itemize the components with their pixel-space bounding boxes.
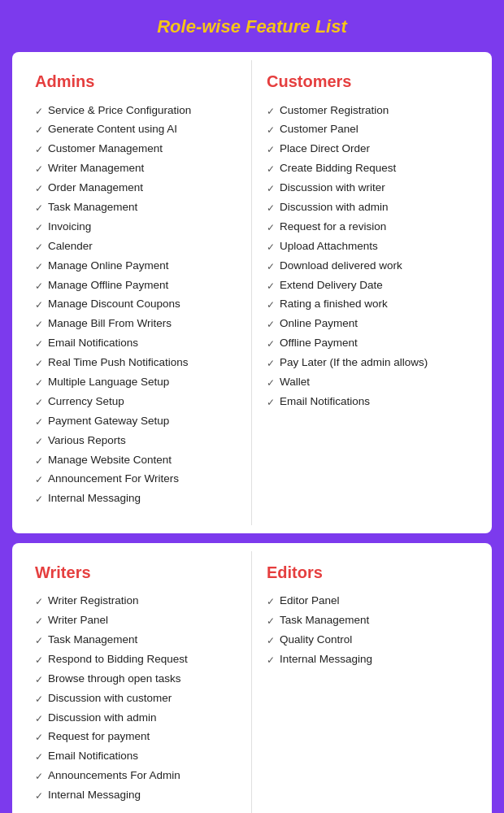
list-item-text: Discussion with customer: [48, 691, 172, 706]
list-item-text: Create Bidding Request: [280, 161, 396, 176]
list-item: ✓Discussion with writer: [267, 179, 469, 198]
list-item-text: Payment Gateway Setup: [48, 414, 169, 429]
list-item: ✓Browse through open tasks: [35, 669, 237, 689]
check-icon: ✓: [35, 693, 43, 706]
list-item-text: Writer Panel: [48, 613, 108, 628]
list-item: ✓Multiple Language Setup: [35, 372, 237, 392]
check-icon: ✓: [267, 241, 275, 254]
admins-list: ✓Service & Price Configuration✓Generate …: [35, 101, 237, 509]
list-item: ✓Quality Control: [267, 630, 469, 650]
list-item: ✓Task Management: [267, 611, 469, 631]
list-item: ✓Manage Website Content: [35, 450, 237, 470]
check-icon: ✓: [35, 260, 43, 274]
check-icon: ✓: [35, 163, 43, 176]
list-item-text: Internal Messaging: [48, 491, 141, 506]
list-item: ✓Invoicing: [35, 217, 237, 237]
check-icon: ✓: [35, 750, 43, 764]
list-item-text: Extend Delivery Date: [280, 278, 383, 293]
list-item: ✓Extend Delivery Date: [267, 276, 469, 295]
list-item-text: Email Notifications: [280, 394, 370, 410]
list-item: ✓Writer Registration: [35, 592, 237, 611]
check-icon: ✓: [267, 182, 275, 196]
bottom-card: Writers ✓Writer Registration✓Writer Pane…: [12, 543, 492, 813]
list-item-text: Discussion with admin: [280, 200, 389, 215]
check-icon: ✓: [35, 357, 43, 371]
check-icon: ✓: [267, 634, 275, 648]
list-item-text: Email Notifications: [48, 336, 138, 351]
list-item-text: Announcement For Writers: [48, 472, 179, 487]
check-icon: ✓: [267, 143, 275, 157]
check-icon: ✓: [267, 357, 275, 371]
list-item: ✓Discussion with customer: [35, 689, 237, 708]
check-icon: ✓: [35, 634, 43, 648]
check-icon: ✓: [35, 712, 43, 726]
list-item-text: Manage Bill From Writers: [48, 316, 172, 332]
list-item-text: Quality Control: [280, 633, 352, 648]
list-item: ✓Currency Setup: [35, 392, 237, 411]
list-item-text: Place Direct Order: [280, 141, 370, 157]
list-item: ✓Order Management: [35, 179, 237, 198]
check-icon: ✓: [35, 673, 43, 687]
check-icon: ✓: [35, 615, 43, 628]
list-item: ✓Writer Management: [35, 159, 237, 179]
list-item-text: Wallet: [280, 375, 310, 390]
check-icon: ✓: [267, 280, 275, 293]
editors-list: ✓Editor Panel✓Task Management✓Quality Co…: [267, 592, 469, 670]
list-item: ✓Internal Messaging: [35, 489, 237, 509]
list-item-text: Announcements For Admin: [48, 768, 180, 784]
list-item: ✓Email Notifications: [35, 334, 237, 354]
list-item-text: Real Time Push Notifications: [48, 355, 189, 371]
list-item: ✓Online Payment: [267, 315, 469, 334]
writers-list: ✓Writer Registration✓Writer Panel✓Task M…: [35, 592, 237, 806]
check-icon: ✓: [267, 163, 275, 176]
list-item-text: Invoicing: [48, 220, 91, 235]
check-icon: ✓: [267, 124, 275, 137]
writers-title: Writers: [35, 563, 237, 582]
list-item: ✓Announcements For Admin: [35, 767, 237, 786]
list-item-text: Online Payment: [280, 316, 358, 332]
list-item: ✓Wallet: [267, 372, 469, 392]
list-item-text: Internal Messaging: [48, 788, 141, 803]
list-item: ✓Manage Offline Payment: [35, 276, 237, 295]
list-item: ✓Create Bidding Request: [267, 159, 469, 179]
list-item: ✓Respond to Bidding Request: [35, 650, 237, 669]
list-item-text: Customer Panel: [280, 122, 358, 137]
list-item: ✓Email Notifications: [35, 747, 237, 767]
check-icon: ✓: [267, 396, 275, 410]
check-icon: ✓: [35, 241, 43, 254]
list-item-text: Manage Discount Coupons: [48, 297, 180, 312]
admins-title: Admins: [35, 72, 237, 91]
list-item-text: Multiple Language Setup: [48, 375, 169, 390]
list-item-text: Internal Messaging: [280, 652, 372, 667]
bottom-grid: Writers ✓Writer Registration✓Writer Pane…: [20, 551, 484, 813]
customers-title: Customers: [267, 72, 469, 91]
check-icon: ✓: [35, 454, 43, 468]
list-item-text: Customer Management: [48, 141, 163, 157]
check-icon: ✓: [267, 615, 275, 628]
list-item: ✓Rating a finished work: [267, 295, 469, 315]
check-icon: ✓: [267, 202, 275, 215]
check-icon: ✓: [35, 415, 43, 429]
list-item-text: Currency Setup: [48, 394, 124, 410]
list-item-text: Order Management: [48, 180, 143, 196]
check-icon: ✓: [35, 143, 43, 157]
list-item-text: Discussion with admin: [48, 711, 157, 726]
list-item: ✓Task Management: [35, 198, 237, 217]
list-item: ✓Manage Discount Coupons: [35, 295, 237, 315]
list-item: ✓Calender: [35, 237, 237, 256]
check-icon: ✓: [35, 731, 43, 745]
writers-section: Writers ✓Writer Registration✓Writer Pane…: [20, 551, 252, 813]
list-item: ✓Manage Bill From Writers: [35, 315, 237, 334]
list-item-text: Pay Later (If the admin allows): [280, 355, 428, 371]
check-icon: ✓: [35, 789, 43, 803]
list-item-text: Task Management: [280, 613, 369, 628]
list-item: ✓Internal Messaging: [267, 650, 469, 669]
list-item: ✓Discussion with admin: [35, 708, 237, 728]
list-item-text: Respond to Bidding Request: [48, 652, 188, 667]
check-icon: ✓: [35, 280, 43, 293]
list-item: ✓Announcement For Writers: [35, 470, 237, 489]
list-item: ✓Pay Later (If the admin allows): [267, 354, 469, 373]
list-item-text: Offline Payment: [280, 336, 358, 351]
check-icon: ✓: [35, 182, 43, 196]
list-item: ✓Customer Registration: [267, 101, 469, 120]
